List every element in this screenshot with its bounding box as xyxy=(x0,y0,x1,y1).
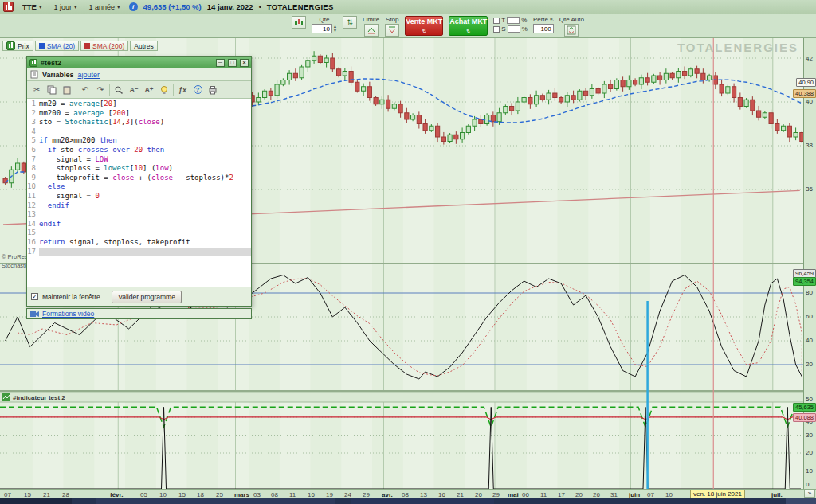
stop-pct-input[interactable] xyxy=(508,25,520,33)
keep-window-checkbox[interactable]: ✓ xyxy=(31,293,38,300)
code-line[interactable]: 17 xyxy=(27,248,251,257)
line-number: 3 xyxy=(27,118,39,127)
line-number: 12 xyxy=(27,201,39,211)
price-series-chip[interactable]: Prix xyxy=(2,41,33,51)
undo-icon[interactable]: ↶ xyxy=(79,84,92,96)
copy-icon[interactable] xyxy=(45,84,58,96)
redo-icon[interactable]: ↷ xyxy=(94,84,107,96)
line-number: 14 xyxy=(27,220,39,229)
limit-order-icon[interactable] xyxy=(364,24,379,37)
code-line[interactable]: 1mm20 = average[20] xyxy=(27,100,251,109)
timeframe-selector[interactable]: 1 jour▾ xyxy=(50,2,80,13)
insert-function-icon[interactable]: ƒx xyxy=(176,84,189,96)
candles-icon[interactable] xyxy=(292,16,306,29)
swap-icon[interactable]: ⇅ xyxy=(343,16,357,29)
code-line[interactable]: 4 xyxy=(27,127,251,137)
code-line[interactable]: 9 takeprofit = close + (close - stoploss… xyxy=(27,174,251,183)
font-larger-icon[interactable]: A⁺ xyxy=(143,84,155,96)
sma20-color-swatch xyxy=(39,43,45,49)
toolbar-separator xyxy=(109,84,110,96)
time-axis[interactable]: 07152128févr.0510151825mars0308111619242… xyxy=(0,489,816,498)
sma20-label: SMA (20) xyxy=(47,42,75,50)
code-line[interactable]: 2mm200 = average [200] xyxy=(27,109,251,119)
validate-program-button[interactable]: Valider programme xyxy=(112,291,182,303)
video-link[interactable]: Formations vidéo xyxy=(42,310,94,318)
variables-row: Variables ajouter xyxy=(27,68,251,81)
hint-bulb-icon[interactable] xyxy=(158,84,171,96)
quote-date: 14 janv. 2022 xyxy=(207,2,253,11)
cut-icon[interactable]: ✂ xyxy=(30,84,43,96)
close-icon[interactable]: × xyxy=(240,59,249,67)
indicator-value-tag: 40,088 xyxy=(793,413,816,422)
indicator-axis-tick: 50 xyxy=(806,396,813,403)
taskbar-item[interactable] xyxy=(786,498,816,504)
sell-label: Vente MKT xyxy=(406,18,442,26)
taskbar[interactable] xyxy=(0,498,816,504)
code-line[interactable]: 12 endif xyxy=(27,201,251,211)
code-line[interactable]: 14endif xyxy=(27,220,251,229)
indicator-icon xyxy=(2,393,10,401)
code-line[interactable]: 6 if sto crosses over 20 then xyxy=(27,146,251,155)
loss-label: Perte € xyxy=(533,16,554,23)
taskbar-item[interactable] xyxy=(96,498,335,504)
indicator-axis-tick: 10 xyxy=(806,467,813,475)
variables-label: Variables xyxy=(42,71,74,79)
sma200-chip[interactable]: SMA (200) xyxy=(80,41,128,51)
help-icon[interactable]: ? xyxy=(191,84,204,96)
sell-market-button[interactable]: Vente MKT € xyxy=(405,16,443,36)
font-smaller-icon[interactable]: A⁻ xyxy=(128,84,140,96)
toolbar-separator xyxy=(76,84,76,96)
symbol-label: TTE xyxy=(22,2,37,11)
price-axis-tick: 42 xyxy=(806,55,813,62)
code-line[interactable]: 10 else xyxy=(27,182,251,192)
limit-label: Limite xyxy=(363,16,379,23)
search-icon[interactable] xyxy=(112,84,125,96)
price-axis[interactable]: 42403836806040205040302010040,9040,38896… xyxy=(803,38,816,489)
buy-market-button[interactable]: Achat MKT € xyxy=(449,16,488,36)
minimize-icon[interactable]: ─ xyxy=(216,59,225,67)
chart-region: Prix SMA (20) SMA (200) Autres TOTALENER… xyxy=(0,38,816,498)
code-line[interactable]: 5if mm20>mm200 then xyxy=(27,136,251,146)
code-line[interactable]: 16return signal, stoploss, takeprofit xyxy=(27,238,251,248)
video-strip: Formations vidéo xyxy=(26,308,252,319)
quantity-input[interactable] xyxy=(312,24,332,33)
window-icon xyxy=(29,59,37,67)
sma20-chip[interactable]: SMA (20) xyxy=(35,41,79,51)
loss-input[interactable] xyxy=(533,24,554,33)
code-line[interactable]: 13 xyxy=(27,210,251,220)
maximize-icon[interactable]: □ xyxy=(228,59,237,67)
editor-toolbar: ✂ ↶ ↷ A⁻ A⁺ ƒx ? xyxy=(27,81,251,99)
max-loss-group: Perte € xyxy=(533,16,554,33)
editor-titlebar[interactable]: #test2 ─ □ × xyxy=(27,57,251,68)
info-icon[interactable]: i xyxy=(129,2,138,11)
period-selector[interactable]: 1 année▾ xyxy=(86,2,124,13)
code-line[interactable]: 7 signal = LOW xyxy=(27,155,251,165)
percent-label: % xyxy=(522,25,528,33)
paste-icon[interactable] xyxy=(61,84,73,96)
euro-icon: € xyxy=(467,26,470,35)
print-icon[interactable] xyxy=(206,84,219,96)
stop-order-icon[interactable] xyxy=(385,24,399,37)
trailing-checkbox[interactable] xyxy=(493,18,500,24)
qty-auto-icon[interactable] xyxy=(564,24,579,37)
add-variable-link[interactable]: ajouter xyxy=(78,71,100,79)
code-area[interactable]: 1mm20 = average[20]2mm200 = average [200… xyxy=(27,99,251,287)
code-line[interactable]: 3sto = Stochastic[14,3](close) xyxy=(27,118,251,127)
quantity-label: Qté xyxy=(320,16,330,23)
taskbar-item[interactable] xyxy=(351,498,494,504)
quantity-stepper[interactable]: ▲▼ xyxy=(333,25,337,33)
symbol-selector[interactable]: TTE▾ xyxy=(19,1,45,13)
chevron-down-icon: ▾ xyxy=(117,4,120,10)
editor-title: #test2 xyxy=(41,59,61,67)
taskbar-item[interactable] xyxy=(0,498,72,504)
others-button[interactable]: Autres xyxy=(130,41,158,51)
trailing-pct-input[interactable] xyxy=(507,17,520,24)
stop-pct-label: S xyxy=(501,25,505,33)
code-line[interactable]: 11 signal = 0 xyxy=(27,192,251,201)
code-line[interactable]: 8 stoploss = lowest[10] (low) xyxy=(27,164,251,174)
code-line[interactable]: 15 xyxy=(27,229,251,238)
price-axis-tick: 40 xyxy=(806,98,813,105)
stop-checkbox[interactable] xyxy=(493,26,500,33)
scroll-right-button[interactable]: » xyxy=(804,490,815,498)
line-number: 10 xyxy=(27,182,39,192)
